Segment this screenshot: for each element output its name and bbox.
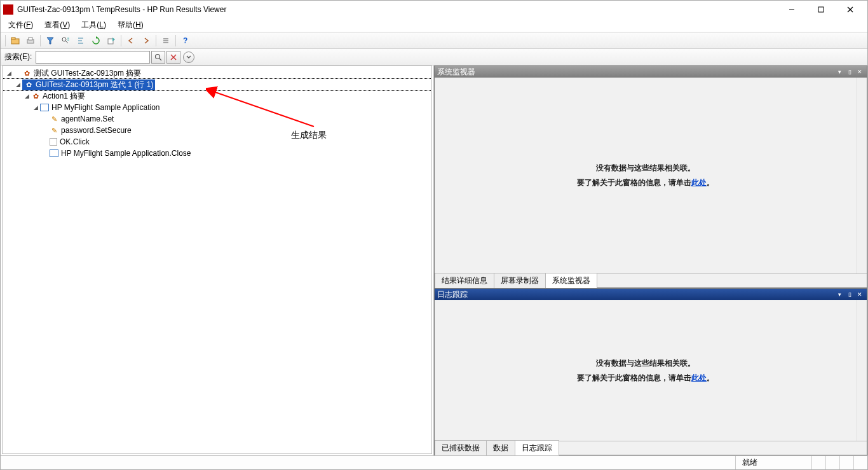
step-icon [50,138,57,146]
expand-toggle[interactable]: ◢ [14,81,22,88]
tree-label: password.SetSecure [61,126,132,135]
status-indicator [839,456,853,469]
tree-row[interactable]: ◢ HP MyFlight Sample Application [3,102,431,113]
info-message: 要了解关于此窗格的信息，请单击此处。 [577,177,714,188]
title-bar: GUITest-Zac-0913pm \ TempResults - HP Ru… [1,1,867,18]
menu-view[interactable]: 查看(V) [39,18,75,32]
status-indicator [825,456,839,469]
search-options-button[interactable] [183,52,194,63]
search-bar: 搜索(E): [1,49,867,66]
action-icon: ✿ [31,92,40,100]
status-bar: 就绪 [1,455,867,469]
status-indicator [853,456,867,469]
search-input[interactable] [36,51,150,64]
no-data-message: 没有数据与这些结果相关联。 [596,163,695,174]
panel-title: 日志跟踪 [437,289,468,300]
info-link[interactable]: 此处 [691,178,707,187]
expand-toggle[interactable]: ◢ [5,70,13,76]
menu-help[interactable]: 帮助(H) [112,18,149,32]
panel-menu-icon[interactable]: ▾ [835,290,844,299]
panel-body-log: 没有数据与这些结果相关联。 要了解关于此窗格的信息，请单击此处。 [435,300,857,441]
info-message: 要了解关于此窗格的信息，请单击此处。 [577,373,714,384]
status-indicator [811,456,825,469]
nav-back-icon[interactable] [124,34,138,48]
tab-sysmon[interactable]: 系统监视器 [545,273,597,288]
search-clear-button[interactable] [166,51,180,64]
panel-close-icon[interactable]: ✕ [855,67,864,76]
close-button[interactable] [836,1,865,18]
panel-pin-icon[interactable]: ▯ [845,67,854,76]
no-data-message: 没有数据与这些结果相关联。 [596,358,695,369]
svg-marker-8 [47,38,53,44]
app-icon [3,4,13,15]
panel-header-log[interactable]: 日志跟踪 ▾ ▯ ✕ [435,289,867,300]
menu-file[interactable]: 文件(F) [3,18,38,32]
results-tree[interactable]: ◢ ✿ 测试 GUITest-Zac-0913pm 摘要 ◢ ✿GUITest-… [2,66,432,454]
help-icon[interactable]: ? [179,34,193,48]
list-icon[interactable] [159,34,173,48]
svg-text:?: ? [183,36,187,45]
tab-captured-data[interactable]: 已捕获数据 [435,440,487,455]
svg-rect-7 [29,38,32,40]
svg-point-23 [156,54,160,59]
collapse-icon[interactable] [74,34,88,48]
tree-label: Action1 摘要 [43,91,85,102]
search-go-button[interactable] [151,51,165,64]
tab-screen-recorder[interactable]: 屏幕录制器 [494,273,546,288]
menu-tools[interactable]: 工具(L) [76,18,111,32]
tab-data[interactable]: 数据 [486,440,515,455]
svg-line-24 [159,59,161,60]
step-icon: ✎ [50,126,58,135]
refresh-icon[interactable] [89,34,103,48]
tree-row[interactable]: ◢ ✿ 测试 GUITest-Zac-0913pm 摘要 [3,67,431,79]
print-icon[interactable] [24,34,37,48]
tree-label: HP MyFlight Sample Application [51,103,160,112]
filter-icon[interactable] [43,34,57,48]
panel-header-sysmon[interactable]: 系统监视器 ▾ ▯ ✕ [435,66,867,78]
tree-label: 测试 GUITest-Zac-0913pm 摘要 [34,68,141,79]
find-tree-icon[interactable] [58,34,72,48]
svg-rect-1 [818,7,824,12]
search-label: 搜索(E): [4,52,32,62]
tree-row-selected[interactable]: ◢ ✿GUITest-Zac-0913pm 迭代 1 (行 1) [3,79,431,90]
maximize-button[interactable] [806,1,836,18]
panel-pin-icon[interactable]: ▯ [845,290,854,299]
scrollbar[interactable] [857,78,867,273]
expand-toggle[interactable]: ◢ [23,93,31,99]
tree-label: GUITest-Zac-0913pm 迭代 1 (行 1) [36,80,153,89]
svg-line-10 [65,41,68,43]
tree-label: HP MyFlight Sample Application.Close [61,149,191,158]
panel-close-icon[interactable]: ✕ [855,290,864,299]
open-icon[interactable] [8,34,22,48]
iteration-icon: ✿ [24,80,33,89]
expand-toggle[interactable]: ◢ [32,104,39,111]
tab-log[interactable]: 日志跟踪 [515,440,559,455]
info-link[interactable]: 此处 [691,373,707,382]
tabbar-lower: 已捕获数据 数据 日志跟踪 [435,441,867,455]
svg-rect-5 [11,38,15,39]
minimize-button[interactable] [777,1,806,18]
panel-title: 系统监视器 [437,67,475,78]
svg-rect-17 [108,39,113,44]
toolbar: ? [1,32,867,49]
tab-result-details[interactable]: 结果详细信息 [435,273,494,288]
tree-row[interactable]: OK.Click [3,136,431,148]
tree-label: agentName.Set [61,114,114,123]
export-icon[interactable] [104,34,118,48]
nav-fwd-icon[interactable] [139,34,153,48]
menu-bar: 文件(F) 查看(V) 工具(L) 帮助(H) [1,18,867,32]
tree-row[interactable]: ◢ ✿ Action1 摘要 [3,90,431,102]
svg-marker-18 [112,38,115,41]
tree-row[interactable]: ✎ password.SetSecure [3,125,431,136]
tabbar-upper: 结果详细信息 屏幕录制器 系统监视器 [435,273,867,287]
scrollbar[interactable] [857,300,867,441]
panel-body-sysmon: 没有数据与这些结果相关联。 要了解关于此窗格的信息，请单击此处。 [435,78,857,273]
status-ready: 就绪 [735,456,811,469]
tree-label: OK.Click [60,137,90,146]
panel-menu-icon[interactable]: ▾ [835,67,844,76]
test-icon: ✿ [22,69,31,78]
tree-row[interactable]: HP MyFlight Sample Application.Close [3,148,431,159]
window-icon [40,104,49,111]
step-icon: ✎ [50,114,58,123]
tree-row[interactable]: ✎ agentName.Set [3,113,431,125]
